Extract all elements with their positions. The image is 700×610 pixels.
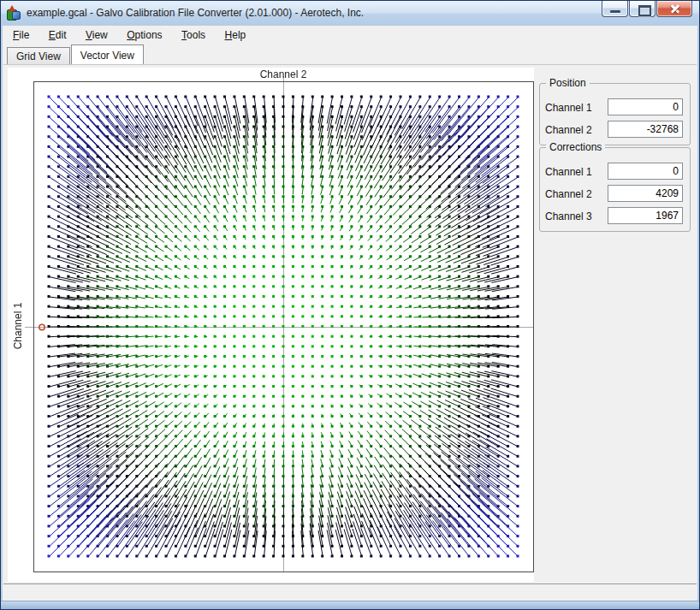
- minimize-icon: [610, 10, 620, 13]
- corrections-channel2-field[interactable]: [608, 185, 683, 202]
- y-axis-label: Channel 1: [12, 300, 24, 352]
- corrections-channel3-field[interactable]: [608, 207, 683, 224]
- window-title: example.gcal - Galvo Calibration File Co…: [27, 7, 364, 19]
- window-bottom-frame: [1, 601, 699, 609]
- position-group: Position Channel 1 Channel 2: [539, 83, 691, 145]
- tab-vector-view[interactable]: Vector View: [71, 44, 144, 64]
- maximize-button[interactable]: [629, 1, 656, 17]
- cube-icon: [12, 11, 21, 20]
- close-icon: [668, 3, 682, 15]
- menu-bar: File Edit View Options Tools Help: [3, 26, 697, 44]
- corrections-row-channel1: Channel 1: [545, 163, 683, 181]
- close-button[interactable]: [656, 1, 692, 17]
- maximize-icon: [638, 5, 651, 16]
- vector-field-canvas[interactable]: [8, 68, 534, 582]
- position-row-channel2: Channel 2: [545, 121, 683, 139]
- position-channel1-label: Channel 1: [545, 102, 592, 114]
- position-channel2-label: Channel 2: [545, 124, 592, 136]
- corrections-group-title: Corrections: [546, 141, 605, 153]
- corrections-channel1-label: Channel 1: [545, 166, 592, 178]
- position-channel2-field[interactable]: [608, 121, 683, 138]
- corrections-channel1-field[interactable]: [608, 163, 683, 180]
- corrections-channel3-label: Channel 3: [545, 210, 592, 222]
- corrections-group: Corrections Channel 1 Channel 2 Channel …: [539, 147, 691, 232]
- window-controls: [601, 1, 692, 17]
- position-group-title: Position: [546, 77, 590, 89]
- title-bar[interactable]: example.gcal - Galvo Calibration File Co…: [1, 1, 699, 26]
- x-axis-label: Channel 2: [198, 68, 369, 80]
- app-icon: [7, 6, 21, 20]
- app-window: example.gcal - Galvo Calibration File Co…: [0, 0, 700, 610]
- minimize-button[interactable]: [602, 1, 628, 17]
- tab-grid-view[interactable]: Grid View: [7, 47, 70, 64]
- position-channel1-field[interactable]: [608, 98, 683, 115]
- position-row-channel1: Channel 1: [545, 98, 683, 117]
- vector-field-chart: Channel 2 Channel 1: [8, 68, 534, 582]
- flame-icon: [9, 5, 15, 11]
- corrections-row-channel3: Channel 3: [545, 207, 683, 226]
- tab-strip: Grid View Vector View: [7, 44, 697, 64]
- vector-view-page: Channel 2 Channel 1 Position Channel 1 C…: [3, 64, 697, 584]
- menu-item-edit[interactable]: Edit: [41, 26, 74, 44]
- corrections-row-channel2: Channel 2: [545, 185, 683, 204]
- menu-item-options[interactable]: Options: [119, 26, 169, 44]
- corrections-channel2-label: Channel 2: [545, 188, 592, 200]
- menu-item-file[interactable]: File: [5, 26, 37, 44]
- menu-item-view[interactable]: View: [78, 26, 116, 44]
- client-area: File Edit View Options Tools Help Grid V…: [3, 26, 697, 601]
- menu-item-help[interactable]: Help: [217, 26, 254, 44]
- menu-item-tools[interactable]: Tools: [174, 26, 213, 44]
